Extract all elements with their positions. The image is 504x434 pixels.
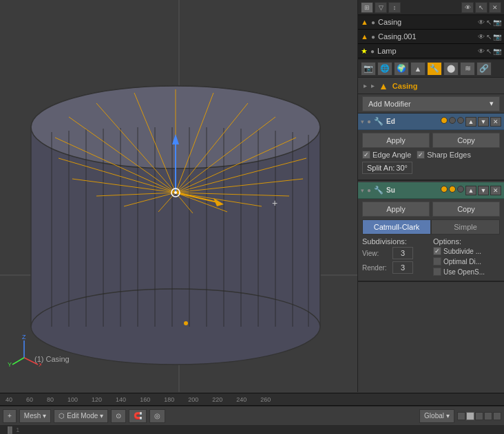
- ruler-100: 100: [67, 396, 78, 403]
- object-list-lamp[interactable]: ★ ● Lamp 👁 ↖ 📷: [358, 44, 504, 58]
- eye-icon-casing[interactable]: 👁: [478, 19, 485, 26]
- render-icon-lamp[interactable]: 📷: [493, 47, 501, 55]
- modifier-subsurf-body: Apply Copy Catmull-Clark Simple Subdivis…: [358, 199, 504, 281]
- mod-collapse-arrow[interactable]: ▾: [361, 118, 364, 125]
- snap-btn[interactable]: 🧲: [129, 409, 147, 423]
- world-prop-btn[interactable]: 🌍: [394, 62, 409, 76]
- outliner-eye-btn[interactable]: 👁: [461, 2, 474, 13]
- layer-btn-1[interactable]: [457, 412, 465, 420]
- layer-btn-4[interactable]: [484, 412, 492, 420]
- render-prop-btn[interactable]: 📷: [361, 62, 376, 76]
- mod2-apply-btn[interactable]: Apply: [362, 202, 430, 217]
- ruler-240: 240: [236, 396, 246, 403]
- outliner-filter-btn[interactable]: ▽: [375, 2, 387, 13]
- ruler-40: 40: [6, 396, 12, 403]
- mod1-render-btn[interactable]: [449, 117, 456, 124]
- layer-btn-3[interactable]: [475, 412, 483, 420]
- mod2-down-btn[interactable]: ▼: [478, 186, 489, 195]
- mod2-render-btn[interactable]: [449, 186, 456, 193]
- mod1-down-btn[interactable]: ▼: [478, 117, 489, 127]
- scene-prop-btn[interactable]: 🌐: [377, 62, 392, 76]
- mod2-up-btn[interactable]: ▲: [465, 186, 476, 195]
- cursor-icon-lamp[interactable]: ↖: [486, 47, 492, 55]
- mode-selector[interactable]: ⬡ Edit Mode ▾: [54, 409, 108, 423]
- mod2-opt2-cb[interactable]: [433, 257, 441, 265]
- layer-btn-2[interactable]: [466, 412, 474, 420]
- material-prop-btn[interactable]: ⬤: [443, 62, 459, 76]
- proportional-btn[interactable]: ◎: [149, 409, 165, 423]
- lamp-icon: ★: [361, 47, 368, 56]
- eye-icon-casing001[interactable]: 👁: [478, 33, 485, 41]
- mod1-split-row: Split An: 30°: [362, 162, 500, 174]
- modifier-subsurf-header: ▾ ● 🔧 Su ▲ ▼ ✕: [358, 182, 504, 199]
- ruler-200: 200: [188, 396, 198, 403]
- cursor-icon-casing001[interactable]: ↖: [486, 33, 492, 41]
- mod1-apply-btn[interactable]: Apply: [362, 133, 430, 148]
- viewport-grid: +: [0, 0, 357, 392]
- mod2-opt2-row[interactable]: Optimal Di...: [433, 257, 500, 265]
- mod2-opt3-cb[interactable]: [433, 268, 441, 276]
- mod2-simple-tab[interactable]: Simple: [431, 219, 500, 235]
- add-menu-btn[interactable]: +: [3, 409, 17, 423]
- render-icon-casing001[interactable]: 📷: [493, 33, 501, 41]
- mod1-vis-btn[interactable]: [441, 117, 448, 124]
- mod2-mode-tabs: Catmull-Clark Simple: [362, 219, 500, 235]
- mesh-label: Mesh: [24, 412, 41, 420]
- mod2-copy-btn[interactable]: Copy: [432, 202, 500, 217]
- breadcrumb-obj-name: Casing: [392, 82, 418, 90]
- casing-vis-icons: 👁 ↖ 📷: [478, 19, 501, 26]
- mod2-opt1-label: Subdivide ...: [443, 248, 481, 255]
- outliner-cursor-btn[interactable]: ↖: [475, 2, 487, 13]
- mod-dot1: ●: [367, 118, 371, 125]
- data-prop-btn[interactable]: ≋: [460, 62, 475, 76]
- svg-point-59: [174, 191, 177, 194]
- mesh-arrow: ▾: [43, 412, 46, 420]
- outliner-close-btn[interactable]: ✕: [489, 2, 501, 13]
- outliner-toolbar: ⊞ ▽ ↕ 👁 ↖ ✕: [358, 0, 504, 15]
- pivot-btn[interactable]: ⊙: [111, 409, 126, 423]
- mesh-menu-btn[interactable]: Mesh ▾: [19, 409, 51, 423]
- mod1-sharp-edges-item[interactable]: Sharp Edges: [417, 151, 471, 159]
- mod1-edge-angle-cb[interactable]: [362, 151, 370, 159]
- mod2-opt3-row[interactable]: Use OpenS...: [433, 268, 500, 276]
- lamp-vis-icons: 👁 ↖ 📷: [478, 47, 501, 55]
- viewport[interactable]: + Z X Y (1) Casing: [0, 0, 357, 392]
- mod2-render-value[interactable]: 3: [392, 261, 413, 274]
- constraints-prop-btn[interactable]: 🔗: [476, 62, 492, 76]
- mod2-catmull-tab[interactable]: Catmull-Clark: [362, 219, 431, 235]
- add-modifier-btn[interactable]: Add Modifier ▾: [362, 96, 500, 111]
- object-list-casing[interactable]: ▲ ● Casing 👁 ↖ 📷: [358, 15, 504, 30]
- mod2-opt1-row[interactable]: Subdivide ...: [433, 247, 500, 255]
- mod2-edit-btn[interactable]: [457, 186, 464, 193]
- mod2-close-btn[interactable]: ✕: [490, 186, 501, 195]
- viewport-object-label: (1) Casing: [34, 355, 70, 363]
- ruler-260: 260: [260, 396, 271, 403]
- mod1-close-btn[interactable]: ✕: [490, 117, 501, 127]
- svg-point-17: [31, 289, 320, 365]
- mod1-edge-angle-item[interactable]: Edge Angle: [362, 151, 411, 159]
- layer-btn-5[interactable]: [493, 412, 501, 420]
- mod1-edit-btn[interactable]: [457, 117, 464, 124]
- outliner-search-btn[interactable]: ⊞: [361, 2, 373, 13]
- global-selector[interactable]: Global ▾: [419, 409, 454, 423]
- mod1-copy-btn[interactable]: Copy: [432, 133, 500, 148]
- mod2-opt1-cb[interactable]: [433, 247, 441, 255]
- eye-icon-lamp[interactable]: 👁: [478, 47, 485, 55]
- outliner-sort-btn[interactable]: ↕: [388, 2, 401, 13]
- cursor-icon-casing[interactable]: ↖: [486, 19, 492, 26]
- mod1-up-btn[interactable]: ▲: [465, 117, 476, 127]
- mod1-sharp-edges-cb[interactable]: [417, 151, 425, 159]
- mod2-settings: Subdivisions: View: 3 Render: 3 Options:…: [362, 237, 500, 278]
- mod2-collapse-arrow[interactable]: ▾: [361, 187, 364, 194]
- casing-icon: ▲: [361, 18, 368, 26]
- mod2-vis-btn[interactable]: [441, 186, 448, 193]
- object-prop-btn[interactable]: ▲: [410, 62, 426, 76]
- mod2-options-label: Options:: [433, 237, 500, 246]
- modifier-edge-split-header: ▾ ● 🔧 Ed ▲ ▼ ✕: [358, 113, 504, 130]
- render-icon-casing[interactable]: 📷: [493, 19, 501, 26]
- mod2-view-value[interactable]: 3: [392, 247, 413, 259]
- object-list-casing001[interactable]: ▲ ● Casing.001 👁 ↖ 📷: [358, 30, 504, 44]
- mod1-split-field[interactable]: Split An: 30°: [362, 162, 412, 174]
- modifier-prop-btn[interactable]: 🔧: [427, 62, 442, 76]
- global-label: Global: [424, 412, 444, 420]
